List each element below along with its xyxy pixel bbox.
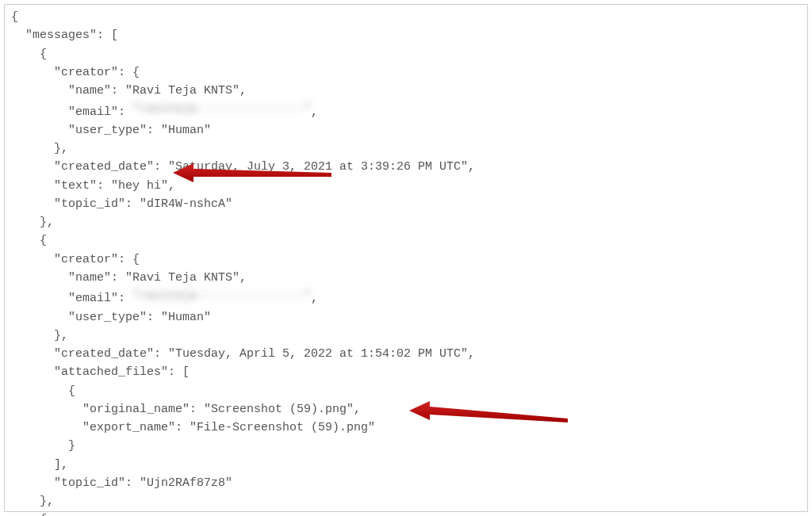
json-line: "user_type": "Human": [11, 311, 211, 324]
json-line: "text": "hey hi",: [11, 179, 175, 193]
json-line: "original_name": "Screenshot (59).png",: [11, 403, 361, 416]
json-line: },: [11, 329, 68, 342]
json-line: "creator": {: [11, 253, 140, 266]
json-line: "email": "raviteja---------------",: [11, 292, 318, 305]
json-line: },: [11, 495, 54, 508]
code-viewer: { "messages": [ { "creator": { "name": "…: [4, 4, 808, 512]
redacted-email: "raviteja---------------": [132, 100, 311, 118]
json-line: }: [11, 439, 75, 453]
json-line: "name": "Ravi Teja KNTS",: [11, 271, 247, 285]
json-line: {: [11, 10, 18, 24]
json-line: },: [11, 142, 68, 155]
json-line: "name": "Ravi Teja KNTS",: [11, 84, 247, 97]
json-line: "topic_id": "dIR4W-nshcA": [11, 197, 232, 211]
json-line: {: [11, 384, 75, 398]
json-line: "topic_id": "Ujn2RAf87z8": [11, 476, 232, 490]
json-line: },: [11, 216, 54, 229]
json-line: "attached_files": [: [11, 365, 190, 379]
json-line: ],: [11, 458, 68, 472]
json-line: {: [11, 234, 47, 247]
json-line: "user_type": "Human": [11, 124, 211, 137]
json-line: {: [11, 48, 47, 61]
json-line: "export_name": "File-Screenshot (59).png…: [11, 421, 375, 434]
json-line: "created_date": "Tuesday, April 5, 2022 …: [11, 347, 475, 361]
json-line: "messages": [: [11, 29, 118, 42]
json-line: "email": "raviteja---------------",: [11, 105, 318, 119]
json-line: {: [11, 513, 47, 516]
json-line: "creator": {: [11, 66, 140, 79]
redacted-email: "raviteja---------------": [132, 287, 311, 305]
json-output: { "messages": [ { "creator": { "name": "…: [11, 8, 801, 516]
json-line: "created_date": "Saturday, July 3, 2021 …: [11, 160, 475, 174]
